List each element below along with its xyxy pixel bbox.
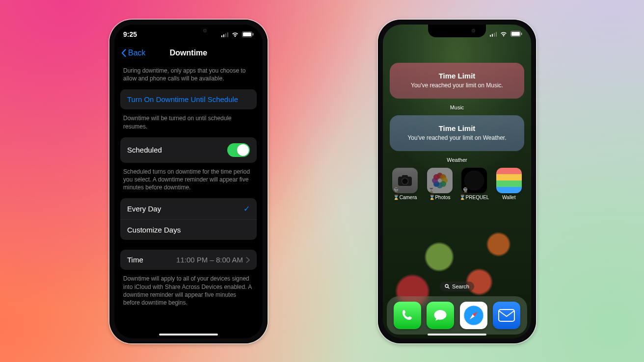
phone-icon [400, 308, 415, 323]
checkmark-icon: ✓ [243, 204, 250, 213]
settings-screen: 9:25 Back Downtime During [114, 25, 263, 338]
widget-caption-weather: Weather [390, 157, 524, 163]
dock-app-mail[interactable] [493, 302, 520, 329]
battery-icon [510, 31, 522, 37]
dock-app-messages[interactable] [427, 302, 454, 329]
camera-icon [392, 168, 418, 193]
mail-icon [498, 309, 515, 322]
iphone-frame-settings: 9:25 Back Downtime During [109, 20, 268, 343]
back-button[interactable]: Back [121, 49, 146, 57]
turn-on-card: Turn On Downtime Until Schedule [120, 89, 257, 109]
time-label: Time [127, 256, 143, 264]
scheduled-toggle[interactable] [227, 143, 250, 157]
battery-icon [242, 31, 254, 37]
time-row[interactable]: Time 11:00 PM – 8:00 AM [120, 250, 257, 270]
widget-title: Time Limit [396, 72, 518, 80]
app-prequel[interactable]: ⌛PREQUEL [459, 168, 489, 200]
wifi-icon [500, 31, 508, 37]
app-wallet[interactable]: Wallet [494, 168, 524, 200]
time-card: Time 11:00 PM – 8:00 AM [120, 250, 257, 270]
svg-rect-1 [243, 32, 251, 36]
dock-app-safari[interactable] [460, 302, 487, 329]
cellular-icon [490, 31, 497, 37]
notch [160, 25, 217, 37]
iphone-frame-home: Time Limit You've reached your limit on … [378, 20, 536, 343]
scheduled-card: Scheduled [120, 137, 257, 163]
intro-text: During downtime, only apps that you choo… [114, 62, 263, 86]
app-label: Wallet [502, 195, 515, 200]
safari-icon [462, 304, 485, 327]
app-label: ⌛PREQUEL [459, 195, 489, 200]
home-indicator[interactable] [159, 334, 218, 336]
app-label: ⌛Camera [393, 195, 417, 200]
widget-weather-timelimit[interactable]: Time Limit You've reached your limit on … [390, 115, 524, 151]
svg-line-10 [448, 287, 449, 288]
photos-icon [427, 168, 453, 193]
device-footer: Downtime will apply to all of your devic… [114, 270, 263, 310]
time-value: 11:00 PM – 8:00 AM [176, 256, 243, 264]
nav-bar: Back Downtime [114, 44, 263, 62]
cellular-icon [221, 32, 229, 37]
home-screen: Time Limit You've reached your limit on … [383, 25, 531, 338]
prequel-icon [461, 168, 487, 193]
status-time: 9:25 [123, 30, 137, 38]
svg-rect-15 [499, 310, 514, 321]
widget-caption-music: Music [390, 104, 524, 110]
turn-on-label: Turn On Downtime Until Schedule [127, 95, 238, 103]
customize-days-label: Customize Days [127, 226, 181, 234]
app-label: ⌛Photos [429, 195, 451, 200]
every-day-label: Every Day [127, 205, 161, 213]
spotlight-search-button[interactable]: Search [440, 282, 474, 291]
svg-rect-2 [253, 33, 254, 36]
app-camera[interactable]: ⌛Camera [390, 168, 420, 200]
svg-rect-4 [511, 32, 520, 36]
widget-music-timelimit[interactable]: Time Limit You've reached your limit on … [390, 63, 524, 99]
messages-icon [432, 308, 448, 323]
scheduled-label: Scheduled [127, 146, 162, 154]
chevron-right-icon [246, 257, 250, 263]
widget-title: Time Limit [396, 124, 518, 132]
home-indicator[interactable] [428, 334, 486, 336]
turn-on-footer: Downtime will be turned on until schedul… [114, 109, 263, 134]
app-row: ⌛Camera [383, 163, 531, 200]
chevron-left-icon [121, 49, 126, 57]
notch [428, 25, 486, 37]
scheduled-row[interactable]: Scheduled [120, 137, 257, 163]
days-card: Every Day ✓ Customize Days [120, 198, 257, 240]
widget-subtitle: You've reached your limit on Weather. [396, 134, 518, 141]
svg-rect-8 [402, 175, 408, 178]
scheduled-footer: Scheduled turns on downtime for the time… [114, 163, 263, 196]
search-icon [445, 284, 450, 289]
turn-on-downtime-button[interactable]: Turn On Downtime Until Schedule [120, 89, 257, 109]
back-label: Back [128, 49, 146, 57]
wallet-icon [496, 168, 522, 193]
dock-app-phone[interactable] [394, 302, 421, 329]
search-label: Search [452, 284, 469, 289]
dock [387, 296, 527, 335]
svg-rect-5 [521, 33, 522, 35]
customize-days-row[interactable]: Customize Days [120, 219, 257, 240]
wifi-icon [231, 31, 239, 37]
app-photos[interactable]: ⌛Photos [425, 168, 455, 200]
every-day-row[interactable]: Every Day ✓ [120, 198, 257, 219]
widget-subtitle: You've reached your limit on Music. [396, 82, 518, 89]
svg-point-7 [402, 178, 408, 184]
